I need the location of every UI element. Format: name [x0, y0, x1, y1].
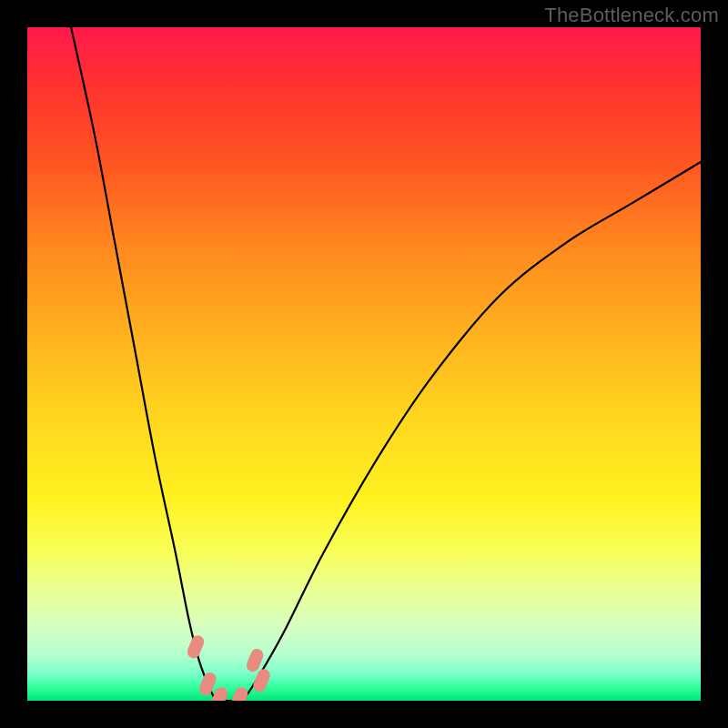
marker-left-highlight-upper	[186, 633, 207, 660]
curve-left-branch	[71, 27, 216, 701]
marker-bottom-highlight-right	[229, 685, 250, 701]
chart-frame: TheBottleneck.com	[0, 0, 728, 728]
curve-right-branch	[243, 162, 701, 701]
curve-layer	[27, 27, 701, 701]
attribution-label: TheBottleneck.com	[544, 4, 719, 27]
plot-area	[27, 27, 701, 701]
